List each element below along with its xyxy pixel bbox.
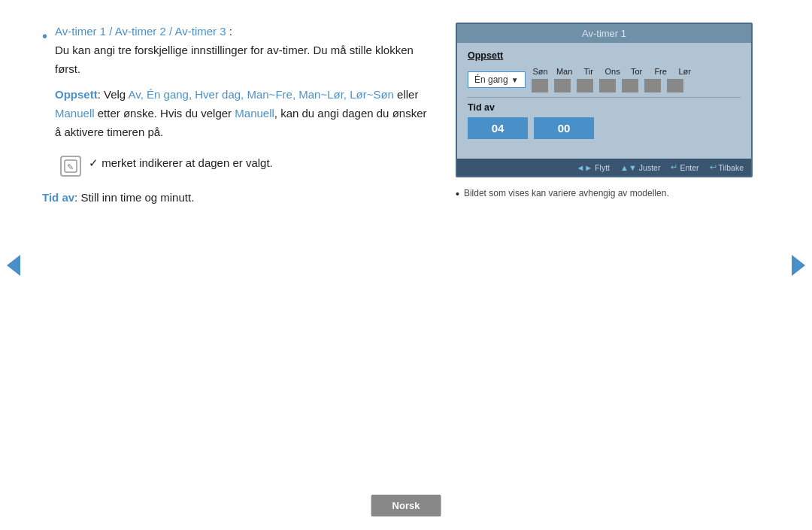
note-paragraph: ✓ merket indikerer at dagen er valgt.	[89, 154, 273, 173]
note-block: ✎ ✓ merket indikerer at dagen er valgt.	[60, 154, 433, 177]
tv-tilbake-label: Tilbake	[719, 163, 744, 172]
caption-bullet: •	[456, 188, 459, 200]
tv-day-label-ons: Ons	[604, 67, 622, 76]
manuell2-text: Manuell	[235, 107, 274, 120]
tv-minute-box[interactable]: 00	[534, 117, 594, 139]
heading-text: Av-timer 1 / Av-timer 2 / Av-timer 3	[55, 25, 226, 38]
left-arrow-icon	[7, 255, 20, 276]
page-container: • Av-timer 1 / Av-timer 2 / Av-timer 3 :…	[0, 0, 812, 530]
oppsett-options: Av, Én gang, Hver dag, Man~Fre, Man~Lør,…	[129, 88, 394, 101]
tv-day-box-tor[interactable]	[622, 79, 638, 92]
tv-tilbake-icon: ↩	[710, 162, 717, 172]
oppsett-eller: eller	[394, 88, 419, 101]
tv-footer-enter: ↵ Enter	[671, 162, 698, 172]
tv-footer-tilbake: ↩ Tilbake	[710, 162, 744, 172]
tv-dropdown[interactable]: Én gang ▼	[468, 71, 526, 88]
tv-footer: ◄► Flytt ▲▼ Juster ↵ Enter ↩ Tilbake	[457, 159, 751, 176]
note-check: ✓	[89, 156, 102, 169]
svg-text:✎: ✎	[67, 162, 74, 171]
tv-day-label-tor: Tor	[628, 67, 646, 76]
tv-juster-icon: ▲▼	[620, 163, 637, 172]
tv-dropdown-value: Én gang	[474, 74, 508, 85]
tv-day-label-fre: Fre	[652, 67, 670, 76]
bullet-content: Av-timer 1 / Av-timer 2 / Av-timer 3 : D…	[55, 23, 433, 142]
note-svg-icon: ✎	[64, 159, 77, 173]
right-panel: Av-timer 1 Oppsett Én gang ▼	[456, 23, 756, 507]
tid-av-label-inline: Tid av	[42, 191, 74, 204]
heading-colon: :	[226, 25, 232, 38]
oppsett-desc: : Velg	[98, 88, 129, 101]
tv-enter-label: Enter	[680, 163, 698, 172]
tv-day-label-man: Man	[556, 67, 574, 76]
note-icon: ✎	[60, 156, 81, 177]
next-page-button[interactable]	[785, 0, 812, 530]
oppsett-etter: etter ønske. Hvis du velger	[95, 107, 235, 120]
heading-paragraph: Av-timer 1 / Av-timer 2 / Av-timer 3 : D…	[55, 23, 433, 78]
tv-oppsett-row: Oppsett	[468, 50, 741, 61]
tv-hour-value: 04	[492, 122, 504, 135]
tv-schedule-row: Én gang ▼ Søn Man Tir Ons Tor Fre	[468, 67, 741, 92]
oppsett-label-inline: Oppsett	[55, 88, 98, 101]
tv-day-label-lor: Lør	[676, 67, 694, 76]
tv-time-row: 04 00	[468, 117, 741, 139]
caption-text-value: Bildet som vises kan variere avhengig av…	[464, 188, 669, 198]
tv-juster-label: Juster	[639, 163, 661, 172]
manuell1-text: Manuell	[55, 107, 95, 120]
tv-day-box-fre[interactable]	[644, 79, 661, 92]
tid-av-desc: : Still inn time og minutt.	[74, 191, 194, 204]
tv-dropdown-arrow-icon: ▼	[511, 76, 519, 84]
tv-footer-juster: ▲▼ Juster	[620, 163, 660, 172]
right-arrow-icon	[792, 255, 805, 276]
tv-title-bar: Av-timer 1	[457, 24, 751, 43]
tv-day-box-son[interactable]	[532, 79, 548, 92]
tv-tid-label: Tid av	[468, 102, 741, 113]
tv-day-label-tir: Tir	[580, 67, 598, 76]
tv-days-boxes	[532, 79, 694, 92]
tv-flytt-label: Flytt	[595, 163, 610, 172]
tv-footer-flytt: ◄► Flytt	[576, 163, 610, 172]
prev-page-button[interactable]	[0, 0, 27, 530]
language-button[interactable]: Norsk	[371, 495, 441, 516]
tv-title-text: Av-timer 1	[582, 28, 626, 39]
tv-days-section: Søn Man Tir Ons Tor Fre Lør	[532, 67, 694, 92]
tv-divider	[468, 97, 741, 98]
tv-day-label-son: Søn	[532, 67, 550, 76]
bullet-item-avtimer: • Av-timer 1 / Av-timer 2 / Av-timer 3 :…	[42, 23, 433, 142]
tv-enter-icon: ↵	[671, 162, 677, 172]
main-content: • Av-timer 1 / Av-timer 2 / Av-timer 3 :…	[27, 0, 785, 530]
tv-oppsett-label: Oppsett	[468, 50, 503, 61]
para1-text: Du kan angi tre forskjellige innstilling…	[55, 44, 414, 75]
oppsett-paragraph: Oppsett: Velg Av, Én gang, Hver dag, Man…	[55, 86, 433, 141]
tv-ui-mockup: Av-timer 1 Oppsett Én gang ▼	[456, 23, 753, 177]
tv-flytt-icon: ◄►	[576, 163, 592, 172]
tv-day-box-lor[interactable]	[667, 79, 683, 92]
bottom-bar: Norsk	[371, 495, 441, 516]
note-text: merket indikerer at dagen er valgt.	[102, 156, 273, 169]
bullet-dot: •	[42, 24, 47, 48]
tv-caption: • Bildet som vises kan variere avhengig …	[456, 188, 756, 200]
tv-body: Oppsett Én gang ▼ Søn Man	[457, 43, 751, 159]
tv-minute-value: 00	[558, 122, 571, 135]
tv-day-box-tir[interactable]	[577, 79, 593, 92]
tv-day-box-man[interactable]	[554, 79, 571, 92]
tid-av-paragraph: Tid av: Still inn time og minutt.	[42, 189, 433, 207]
tv-days-header: Søn Man Tir Ons Tor Fre Lør	[532, 67, 694, 76]
text-block: • Av-timer 1 / Av-timer 2 / Av-timer 3 :…	[42, 23, 433, 507]
tv-day-box-ons[interactable]	[599, 79, 616, 92]
tv-hour-box[interactable]: 04	[468, 117, 528, 139]
